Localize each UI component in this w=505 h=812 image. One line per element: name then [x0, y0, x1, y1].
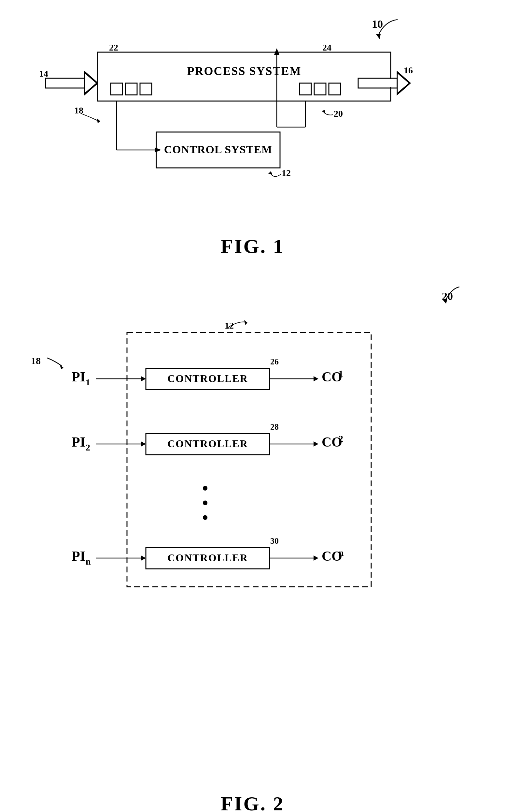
page: 10 PROCESS SYSTEM 22 24	[0, 0, 505, 812]
svg-marker-42	[244, 320, 247, 325]
svg-text:1: 1	[339, 368, 343, 378]
svg-text:2: 2	[86, 442, 90, 452]
svg-rect-8	[329, 83, 341, 95]
svg-marker-35	[97, 118, 100, 123]
svg-text:14: 14	[39, 69, 48, 79]
svg-marker-62	[314, 441, 318, 447]
svg-rect-4	[125, 83, 137, 95]
svg-text:28: 28	[270, 422, 279, 432]
fig2-label: FIG. 2	[220, 792, 284, 812]
svg-text:22: 22	[109, 42, 118, 52]
svg-rect-5	[140, 83, 152, 95]
svg-text:n: n	[86, 557, 91, 567]
svg-text:PI: PI	[71, 369, 85, 384]
svg-marker-71	[141, 556, 146, 561]
svg-rect-18	[359, 79, 396, 87]
svg-text:CONTROLLER: CONTROLLER	[167, 438, 248, 450]
svg-marker-29	[274, 48, 279, 55]
svg-text:24: 24	[322, 42, 331, 52]
fig1-diagram: PROCESS SYSTEM 22 24 14 16	[32, 33, 472, 235]
svg-text:PROCESS SYSTEM: PROCESS SYSTEM	[187, 65, 301, 78]
svg-text:1: 1	[86, 377, 90, 387]
svg-marker-37	[322, 110, 325, 113]
svg-text:CONTROLLER: CONTROLLER	[167, 552, 248, 564]
svg-rect-3	[111, 83, 123, 95]
svg-marker-51	[314, 376, 318, 381]
svg-text:n: n	[339, 548, 344, 558]
svg-marker-57	[141, 441, 146, 447]
svg-text:12: 12	[282, 168, 291, 178]
svg-text:30: 30	[270, 536, 279, 546]
svg-text:PI: PI	[71, 435, 85, 450]
svg-text:16: 16	[404, 65, 413, 75]
svg-text:•: •	[202, 508, 208, 527]
svg-rect-13	[46, 79, 84, 87]
svg-rect-7	[314, 83, 326, 95]
svg-text:20: 20	[334, 109, 343, 119]
fig1-label: FIG. 1	[220, 235, 284, 258]
svg-marker-38	[443, 300, 447, 304]
arrow-20-icon	[438, 283, 464, 307]
svg-text:26: 26	[270, 357, 279, 366]
svg-marker-76	[314, 556, 318, 561]
svg-text:12: 12	[225, 321, 234, 331]
svg-text:CONTROLLER: CONTROLLER	[167, 373, 248, 384]
svg-rect-6	[300, 83, 311, 95]
svg-text:PI: PI	[71, 549, 85, 564]
svg-text:CONTROL SYSTEM: CONTROL SYSTEM	[164, 143, 272, 155]
svg-marker-46	[141, 376, 146, 381]
fig2-diagram: 12 PI 1 CONTROLLER 26 CO 1 PI 2 CONTROLL…	[32, 307, 475, 795]
svg-text:2: 2	[339, 434, 343, 444]
svg-marker-33	[268, 171, 272, 175]
svg-marker-25	[155, 147, 161, 152]
